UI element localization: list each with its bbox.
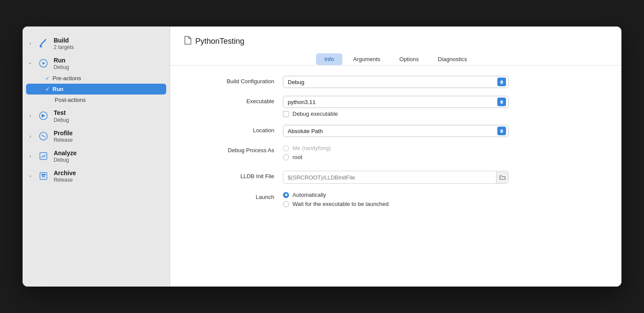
lldb-init-file-control [283, 171, 509, 184]
run-label: Run [54, 56, 163, 64]
chevron-analyze-icon: › [30, 153, 31, 159]
checkmark-icon: ✓ [45, 75, 50, 82]
debug-executable-row: Debug executable [283, 111, 509, 117]
location-select[interactable]: Absolute Path [283, 125, 509, 137]
analyze-sublabel: Debug [54, 157, 163, 163]
tab-info[interactable]: Info [316, 53, 343, 65]
build-configuration-select-wrapper: Debug Release [283, 76, 509, 88]
chevron-right-icon: › [30, 41, 31, 46]
svg-rect-10 [42, 177, 45, 178]
sidebar: › Build 2 targets [23, 27, 170, 287]
sidebar-group-test: › Test Debug [23, 106, 170, 125]
analyze-icon [37, 150, 49, 162]
sidebar-group-archive: › Archive Release [23, 166, 170, 186]
archive-sublabel: Release [54, 177, 163, 183]
test-item-text: Test Debug [54, 109, 163, 123]
location-label: Location [187, 125, 274, 134]
scheme-name: PythonTesting [195, 37, 244, 46]
radio-me[interactable] [283, 145, 289, 151]
radio-wait[interactable] [283, 201, 289, 207]
radio-me-label: Me (randyfong) [292, 145, 331, 151]
svg-rect-0 [39, 45, 42, 48]
executable-select-wrapper: python3.11 [283, 96, 509, 108]
lldb-input-wrapper [283, 171, 509, 184]
debug-executable-checkbox[interactable] [283, 111, 289, 117]
svg-rect-4 [42, 114, 43, 117]
folder-browse-button[interactable] [496, 171, 508, 183]
window-body: › Build 2 targets [23, 27, 621, 287]
radio-wait-row: Wait for the executable to be launched [283, 201, 509, 207]
radio-me-row: Me (randyfong) [283, 145, 509, 151]
chevron-archive-icon: › [30, 173, 31, 179]
build-sublabel: 2 targets [54, 44, 163, 50]
chevron-down-icon: › [28, 62, 33, 64]
tab-diagnostics[interactable]: Diagnostics [429, 53, 476, 65]
profile-item-text: Profile Release [54, 129, 163, 143]
tab-arguments[interactable]: Arguments [344, 53, 389, 65]
radio-auto-row: Automatically [283, 192, 509, 198]
run-sublabel: Debug [54, 64, 163, 70]
sidebar-group-run: › Run Debug ✓ Pre-actions [23, 54, 170, 105]
lldb-init-file-row: LLDB Init File [187, 171, 604, 184]
radio-automatically-label: Automatically [292, 192, 326, 198]
sidebar-group-profile: › Profile Release [23, 127, 170, 146]
debug-process-as-control: Me (randyfong) root [283, 145, 509, 163]
content-body: Build Configuration Debug Release [170, 65, 621, 287]
archive-icon [37, 170, 49, 182]
analyze-label: Analyze [54, 149, 163, 157]
sidebar-subitem-pre-actions[interactable]: ✓ Pre-actions [23, 73, 170, 84]
tab-bar: Info Arguments Options Diagnostics [183, 53, 608, 65]
executable-row: Executable python3.11 [187, 96, 604, 117]
test-label: Test [54, 109, 163, 117]
sidebar-item-archive[interactable]: › Archive Release [23, 166, 170, 186]
build-item-text: Build 2 targets [54, 36, 163, 50]
sidebar-item-run[interactable]: › Run Debug [23, 54, 170, 73]
lldb-init-file-input[interactable] [283, 171, 496, 183]
launch-control: Automatically Wait for the executable to… [283, 192, 509, 210]
debug-executable-label: Debug executable [292, 111, 338, 117]
location-control: Absolute Path [283, 125, 509, 137]
run-item-text: Run Debug [54, 56, 163, 70]
lldb-init-file-label: LLDB Init File [187, 171, 274, 179]
debug-process-as-row: Debug Process As Me (randyfong) root [187, 145, 604, 163]
scheme-file-icon [183, 36, 192, 47]
test-sublabel: Debug [54, 117, 163, 123]
radio-root[interactable] [283, 154, 289, 160]
location-select-wrapper: Absolute Path [283, 125, 509, 137]
sidebar-group-build: › Build 2 targets [23, 34, 170, 53]
radio-automatically[interactable] [283, 192, 289, 198]
tab-options[interactable]: Options [391, 53, 427, 65]
build-configuration-label: Build Configuration [187, 76, 274, 85]
archive-item-text: Archive Release [54, 169, 163, 183]
analyze-item-text: Analyze Debug [54, 149, 163, 163]
executable-select[interactable]: python3.11 [283, 96, 509, 108]
profile-sublabel: Release [54, 137, 163, 143]
hammer-icon [37, 37, 49, 49]
radio-root-label: root [292, 154, 302, 160]
sidebar-item-build[interactable]: › Build 2 targets [23, 34, 170, 53]
sidebar-item-analyze[interactable]: › Analyze Debug [23, 147, 170, 166]
sidebar-item-test[interactable]: › Test Debug [23, 106, 170, 125]
location-row: Location Absolute Path [187, 125, 604, 137]
build-configuration-control: Debug Release [283, 76, 509, 88]
launch-label: Launch [187, 192, 274, 200]
scheme-title: PythonTesting [183, 36, 608, 47]
chevron-test-icon: › [30, 113, 31, 118]
pre-actions-label: Pre-actions [53, 75, 81, 82]
build-configuration-select[interactable]: Debug Release [283, 76, 509, 88]
svg-marker-3 [43, 114, 45, 117]
play-icon [37, 57, 49, 69]
sidebar-subitem-post-actions[interactable]: Post-actions [23, 95, 170, 105]
build-label: Build [54, 36, 163, 44]
profile-label: Profile [54, 129, 163, 137]
run-action-label: Run [53, 86, 63, 92]
test-icon [37, 110, 49, 122]
profile-icon [37, 130, 49, 142]
launch-row: Launch Automatically Wait for the execut… [187, 192, 604, 210]
sidebar-item-profile[interactable]: › Profile Release [23, 127, 170, 146]
radio-wait-label: Wait for the executable to be launched [292, 201, 388, 207]
post-actions-label: Post-actions [55, 97, 86, 103]
sidebar-group-analyze: › Analyze Debug [23, 147, 170, 166]
sidebar-subitem-run-action[interactable]: ✓ Run [26, 84, 166, 95]
svg-rect-9 [42, 176, 45, 176]
